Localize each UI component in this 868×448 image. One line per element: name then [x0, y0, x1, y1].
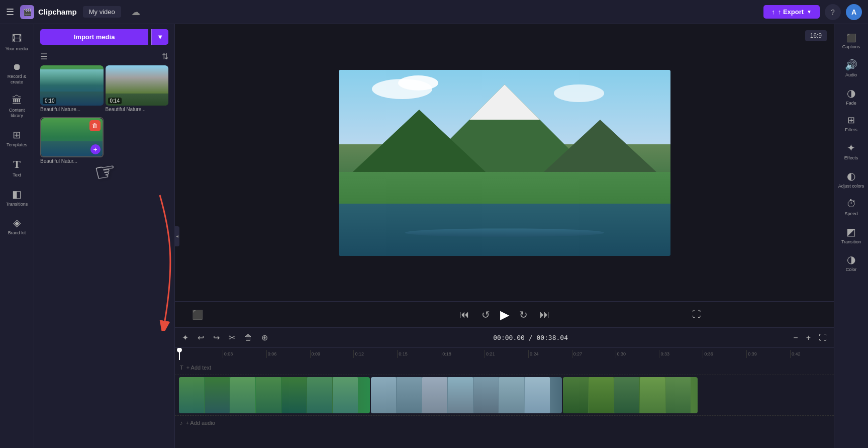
menu-button[interactable]: ☰: [6, 7, 14, 18]
right-item-effects[interactable]: ✦ Effects: [836, 138, 867, 165]
record-create-icon: ⏺: [13, 62, 22, 72]
ruler-mark: 0:15: [397, 350, 441, 358]
topbar: ☰ 🎬 Clipchamp My video ☁ ↑ ↑ Export ▼ ? …: [0, 0, 868, 24]
play-button[interactable]: ▶: [500, 308, 509, 322]
main-layout: 🎞 Your media ⏺ Record & create 🏛 Content…: [0, 24, 868, 448]
right-item-speed[interactable]: ⏱ Speed: [836, 194, 867, 221]
save-icon[interactable]: ☁: [131, 7, 140, 18]
timeline-undo-button[interactable]: ↩: [195, 331, 207, 344]
video-track: [175, 375, 834, 415]
total-time: 00:38.04: [536, 334, 568, 341]
clip3-thumb-3: [614, 377, 639, 413]
timeline-delete-button[interactable]: 🗑: [241, 331, 255, 344]
text-track-icon: T: [180, 365, 183, 371]
media-item-1[interactable]: 0:10 Beautiful Nature...: [40, 65, 104, 115]
clip3-thumb-4: [640, 377, 665, 413]
right-item-color-label: Color: [846, 267, 857, 273]
right-item-filters[interactable]: ⊞ Filters: [836, 111, 867, 137]
ruler-mark: 0:21: [485, 350, 528, 358]
media-thumb-1[interactable]: 0:10: [40, 65, 104, 106]
clip2-thumb-3: [422, 377, 447, 413]
timeline-expand-button[interactable]: ⛶: [816, 332, 830, 343]
import-media-dropdown[interactable]: ▼: [151, 29, 168, 45]
sidebar-item-templates[interactable]: ⊞ Templates: [2, 125, 32, 152]
clip2-thumb-5: [473, 377, 499, 413]
right-item-filters-label: Filters: [845, 127, 857, 133]
speed-icon: ⏱: [846, 198, 856, 210]
sidebar-item-text[interactable]: T Text: [2, 154, 32, 182]
media-thumb-3[interactable]: 🗑 +: [40, 117, 104, 157]
sidebar-item-content-library[interactable]: 🏛 Content library: [2, 91, 32, 123]
right-item-fade[interactable]: ◑ Fade: [836, 83, 867, 110]
clip3-thumb-2: [589, 377, 614, 413]
zoom-in-button[interactable]: +: [803, 332, 814, 343]
video-title[interactable]: My video: [83, 6, 121, 18]
right-item-audio[interactable]: 🔊 Audio: [836, 55, 867, 82]
your-media-icon: 🎞: [12, 33, 22, 45]
sidebar-item-your-media[interactable]: 🎞 Your media: [2, 29, 32, 56]
right-item-captions[interactable]: ⬛ Captions: [836, 29, 867, 54]
clip2-thumb-6: [499, 377, 524, 413]
import-media-button[interactable]: Import media: [40, 29, 148, 45]
ruler-mark: 0:30: [616, 350, 659, 358]
preview-area: 16:9: [175, 24, 834, 301]
panel-collapse-handle[interactable]: ◂: [174, 226, 179, 246]
timeline-toolbar: ✦ ↩ ↪ ✂ 🗑 ⊕ 00:00.00 / 00:38.04 − + ⛶: [175, 328, 834, 348]
topbar-right: ↑ ↑ Export ▼ ? A: [763, 4, 862, 20]
right-item-transition[interactable]: ◩ Transition: [836, 222, 867, 249]
text-track[interactable]: T + Add text: [175, 360, 834, 375]
export-button[interactable]: ↑ ↑ Export ▼: [763, 5, 820, 19]
rewind-5s-button[interactable]: ↺: [479, 307, 492, 323]
clip1-thumb-6: [307, 377, 332, 413]
sidebar-item-transitions[interactable]: ◧ Transitions: [2, 184, 32, 211]
color-icon: ◑: [847, 253, 855, 265]
sidebar-item-label-transitions: Transitions: [6, 202, 28, 207]
skip-to-start-button[interactable]: ⏮: [457, 307, 471, 322]
ruler-mark: 0:36: [703, 350, 746, 358]
help-button[interactable]: ?: [825, 4, 841, 20]
clip3-add-button[interactable]: +: [90, 144, 101, 154]
right-item-color[interactable]: ◑ Color: [836, 249, 867, 277]
filters-icon: ⊞: [847, 115, 855, 126]
clip2-duration: 0:14: [108, 98, 122, 104]
right-item-audio-label: Audio: [845, 72, 857, 78]
right-item-adjust-colors[interactable]: ◐ Adjust colors: [836, 166, 867, 193]
adjust-colors-icon: ◐: [847, 170, 855, 182]
timeline-magnet-button[interactable]: ✦: [179, 331, 191, 344]
sidebar-item-label-content-library: Content library: [4, 108, 30, 119]
media-thumb-2[interactable]: 0:14: [106, 65, 169, 106]
sidebar-item-brand-kit[interactable]: ◈ Brand kit: [2, 213, 32, 240]
sidebar-item-label-record-create: Record & create: [4, 74, 30, 85]
video-clip-3[interactable]: [563, 377, 698, 413]
media-toolbar: ☰ ⇅: [34, 50, 174, 63]
sidebar-item-record-create[interactable]: ⏺ Record & create: [2, 58, 32, 89]
clip1-duration: 0:10: [43, 98, 56, 104]
forward-5s-button[interactable]: ↻: [517, 307, 530, 323]
fullscreen-button[interactable]: ⛶: [690, 307, 703, 322]
zoom-out-button[interactable]: −: [790, 332, 801, 343]
clip3-delete-button[interactable]: 🗑: [89, 120, 101, 131]
aspect-ratio-button[interactable]: 16:9: [805, 30, 827, 41]
user-avatar[interactable]: A: [846, 4, 862, 20]
timeline-split-button[interactable]: ⊕: [258, 331, 271, 344]
timeline-redo-button[interactable]: ↪: [210, 331, 223, 344]
clip2-thumb-2: [397, 377, 422, 413]
skip-to-end-button[interactable]: ⏭: [538, 307, 552, 322]
ruler-mark: 0:09: [310, 350, 354, 358]
brand-kit-icon: ◈: [13, 217, 21, 229]
media-item-2[interactable]: 0:14 Beautiful Nature...: [106, 65, 169, 115]
right-item-captions-label: Captions: [842, 44, 860, 50]
clip2-thumbnails: [371, 377, 562, 413]
right-item-fade-label: Fade: [846, 101, 856, 106]
video-clip-1[interactable]: [179, 377, 370, 413]
video-clip-2[interactable]: [371, 377, 562, 413]
clip2-thumb-1: [371, 377, 396, 413]
sort-icon[interactable]: ⇅: [162, 52, 168, 61]
clip1-thumb-7: [333, 377, 358, 413]
audio-track[interactable]: ♪ + Add audio: [175, 415, 834, 429]
timeline-cut-button[interactable]: ✂: [226, 331, 238, 344]
clip1-thumb-4: [256, 377, 281, 413]
filter-icon[interactable]: ☰: [40, 52, 47, 61]
subtitle-toggle-button[interactable]: ⬛: [190, 307, 205, 322]
time-separator: /: [529, 334, 537, 341]
